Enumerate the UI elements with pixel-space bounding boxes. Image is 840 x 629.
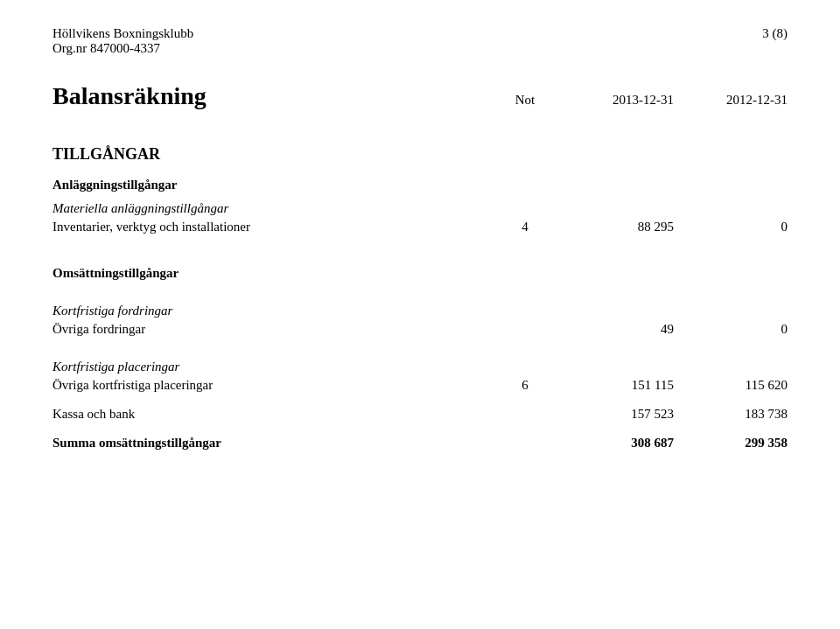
summa-val1: 308 687 — [560, 436, 674, 451]
ovriga-placeringar-val2: 115 620 — [674, 378, 788, 393]
ovriga-fordringar-val2: 0 — [674, 322, 788, 337]
ovriga-placeringar-val1: 151 115 — [560, 378, 674, 393]
ovriga-placeringar-row: Övriga kortfristiga placeringar 6 151 11… — [52, 378, 788, 393]
inventarier-row: Inventarier, verktyg och installationer … — [52, 220, 788, 234]
title-row: Balansräkning Not 2013-12-31 2012-12-31 — [52, 82, 788, 110]
ovriga-fordringar-label: Övriga fordringar — [52, 322, 490, 337]
materiella-heading: Materiella anläggningstillgångar — [52, 201, 788, 216]
kassa-bank-val1: 157 523 — [560, 407, 674, 422]
ovriga-fordringar-val1: 49 — [560, 322, 674, 337]
inventarier-val2: 0 — [674, 220, 788, 234]
tillgangar-heading: TILLGÅNGAR — [52, 145, 788, 164]
page-number: 3 (8) — [762, 26, 788, 41]
kassa-bank-label: Kassa och bank — [52, 407, 490, 422]
summa-label: Summa omsättningstillgångar — [52, 436, 490, 451]
kassa-bank-val2: 183 738 — [674, 407, 788, 422]
col-header-2013: 2013-12-31 — [560, 93, 674, 108]
ovriga-fordringar-row: Övriga fordringar 49 0 — [52, 322, 788, 337]
kassa-bank-row: Kassa och bank 157 523 183 738 — [52, 407, 788, 422]
col-header-2012: 2012-12-31 — [674, 93, 788, 108]
inventarier-val1: 88 295 — [560, 220, 674, 234]
header: Höllvikens Boxningsklubb Org.nr 847000-4… — [52, 26, 788, 56]
ovriga-placeringar-not: 6 — [490, 378, 560, 393]
summa-val2: 299 358 — [674, 436, 788, 451]
col-header-not: Not — [490, 93, 560, 108]
kortfristiga-placeringar-heading: Kortfristiga placeringar — [52, 360, 788, 374]
summa-omsattningstillgangar-row: Summa omsättningstillgångar 308 687 299 … — [52, 436, 788, 451]
org-name: Höllvikens Boxningsklubb — [52, 26, 193, 41]
omsattningstillgangar-heading: Omsättningstillgångar — [52, 266, 788, 281]
anlaggningstillgangar-heading: Anläggningstillgångar — [52, 178, 788, 192]
org-info: Höllvikens Boxningsklubb Org.nr 847000-4… — [52, 26, 193, 56]
ovriga-placeringar-label: Övriga kortfristiga placeringar — [52, 378, 490, 393]
kortfristiga-fordringar-heading: Kortfristiga fordringar — [52, 304, 788, 318]
column-headers: Not 2013-12-31 2012-12-31 — [259, 93, 788, 108]
org-nr: Org.nr 847000-4337 — [52, 41, 193, 56]
inventarier-label: Inventarier, verktyg och installationer — [52, 220, 490, 234]
page-title: Balansräkning — [52, 82, 206, 110]
inventarier-not: 4 — [490, 220, 560, 234]
